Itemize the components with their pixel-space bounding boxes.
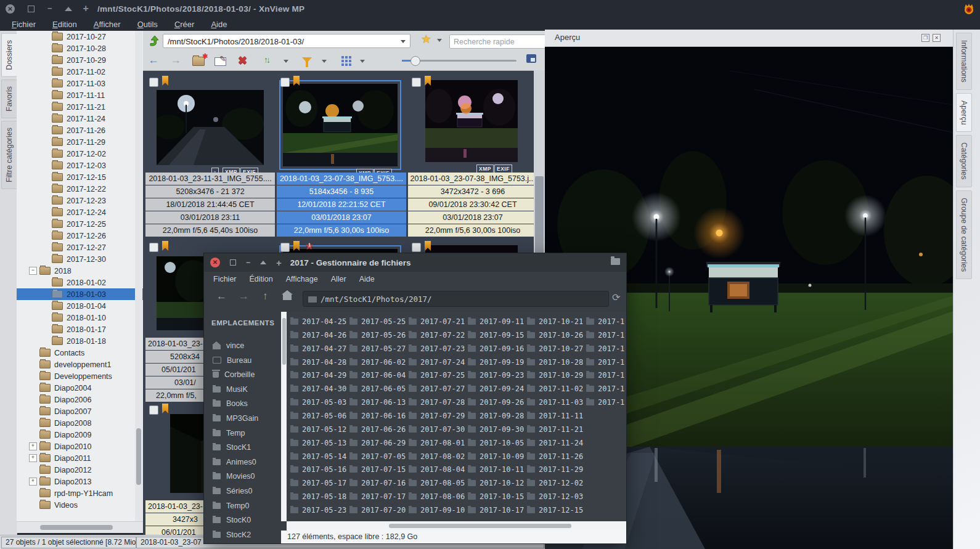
view-chevron-icon[interactable]	[360, 60, 365, 63]
fm-path-bar[interactable]: /mnt/StocK1/Photos/2017/	[303, 291, 609, 307]
fm-folder-item[interactable]: 2017-10-27	[527, 343, 583, 354]
menu-créer[interactable]: Créer	[169, 19, 200, 30]
close-icon[interactable]: ✕	[210, 258, 220, 267]
thumbnail-size-slider[interactable]	[402, 60, 517, 62]
expand-icon[interactable]: +	[29, 454, 37, 462]
fm-folder-item[interactable]: 2017-07-27	[409, 383, 465, 394]
fm-folder-item[interactable]: 2017-07-05	[349, 451, 406, 462]
sort-icon[interactable]: ↑↓	[264, 55, 269, 65]
fm-folder-item[interactable]: 2017-05-23	[290, 505, 346, 516]
file-tile[interactable]: EXIFXMP▫2018-01-03_23-11-31_IMG_5755....…	[145, 75, 275, 237]
tree-item-2017-11-21[interactable]: 2017-11-21	[17, 101, 143, 113]
fm-folder-item[interactable]: 2017-12-03	[527, 491, 583, 502]
tree-item-2018-01-04[interactable]: 2018-01-04	[17, 300, 143, 312]
fm-folder-item[interactable]: 2017-04-27	[290, 343, 346, 354]
right-tab-informations[interactable]: Informations	[956, 33, 972, 90]
fm-menu-fichier[interactable]: Fichier	[213, 275, 237, 283]
fm-folder-item[interactable]: 2017-11-21	[527, 424, 583, 435]
fm-folder-item[interactable]: 2017-10-21	[527, 316, 583, 327]
fm-folder-item[interactable]: 2017-05-14	[290, 451, 346, 462]
sort-chevron-icon[interactable]	[284, 60, 288, 63]
tree-item-2017-10-27[interactable]: 2017-10-27	[17, 31, 143, 43]
fm-folder-item[interactable]: 2017-12-15	[527, 505, 583, 516]
fm-folder-item[interactable]: 2017-11-11	[527, 410, 583, 421]
collapse-icon[interactable]: −	[29, 267, 37, 275]
fm-folder-item[interactable]: 2017-04-26	[290, 330, 346, 341]
fm-folder-item[interactable]: 2017-05-25	[349, 316, 406, 327]
fm-folder-item[interactable]: 2017-1	[586, 343, 624, 354]
left-tab-favoris[interactable]: Favoris	[1, 79, 17, 118]
fm-folder-item[interactable]: 2017-07-20	[349, 505, 406, 516]
menu-edition[interactable]: Edition	[47, 19, 83, 30]
fm-folder-item[interactable]: 2017-09-30	[468, 424, 524, 435]
right-tab-aperçu[interactable]: Aperçu	[956, 93, 972, 132]
fm-folder-item[interactable]: 2017-05-16	[290, 464, 346, 475]
fm-folder-item[interactable]: 2017-07-29	[409, 410, 465, 421]
refresh-icon[interactable]: ⟳	[612, 291, 620, 303]
fm-folder-item[interactable]: 2017-06-05	[349, 383, 406, 394]
tree-item-diapo2007[interactable]: Diapo2007	[17, 405, 143, 417]
menu-aide[interactable]: Aide	[205, 19, 232, 30]
place-item-corbeille[interactable]: Corbeille	[204, 368, 281, 381]
minimize-icon[interactable]: −	[246, 258, 250, 267]
select-checkbox[interactable]	[149, 78, 158, 87]
fm-folder-item[interactable]: 2017-06-29	[349, 437, 406, 449]
fm-folder-item[interactable]: 2017-05-03	[290, 397, 346, 408]
fm-folder-item[interactable]: 2017-11-03	[527, 397, 583, 408]
tree-item-rpd-tmp-y1hcam[interactable]: rpd-tmp-Y1Hcam	[17, 487, 143, 499]
favorites-chevron-icon[interactable]	[437, 39, 442, 42]
place-item-books[interactable]: Books	[204, 397, 281, 410]
tree-item-diapo2013[interactable]: +Diapo2013	[17, 476, 143, 487]
fm-folder-item[interactable]: 2017-06-13	[349, 397, 406, 408]
fm-folder-item[interactable]: 2017-12-02	[527, 478, 583, 489]
tree-item-2017-12-15[interactable]: 2017-12-15	[17, 171, 143, 183]
fm-folder-item[interactable]: 2017-09-28	[468, 410, 524, 421]
fm-folder-item[interactable]: 2017-07-24	[409, 357, 465, 368]
tree-item-diapo2006[interactable]: Diapo2006	[17, 394, 143, 405]
fm-folder-item[interactable]: 2017-1	[586, 316, 624, 327]
filter-funnel-icon[interactable]	[302, 57, 312, 63]
expand-icon[interactable]: +	[29, 478, 37, 486]
thumbnail-image[interactable]	[283, 84, 398, 169]
fm-folder-item[interactable]: 2017-10-29	[527, 370, 583, 381]
slider-handle[interactable]	[410, 56, 420, 66]
back-icon[interactable]: ←	[148, 54, 159, 67]
left-tab-filtre-catégories[interactable]: Filtre catégories	[1, 121, 17, 189]
tree-item-2017-11-11[interactable]: 2017-11-11	[17, 89, 143, 101]
scrollbar-thumb[interactable]	[535, 176, 544, 256]
fm-folder-item[interactable]: 2017-11-02	[527, 383, 583, 394]
tree-item-2017-11-26[interactable]: 2017-11-26	[17, 124, 143, 136]
fm-folder-item[interactable]: 2017-04-28	[290, 357, 346, 368]
menu-outils[interactable]: Outils	[132, 19, 163, 30]
tree-vertical-scrollbar[interactable]	[135, 31, 142, 521]
place-item-musik[interactable]: MusiK	[204, 383, 281, 396]
place-item-vince[interactable]: vince	[204, 339, 281, 352]
fm-folder-item[interactable]: 2017-07-28	[409, 397, 465, 408]
fm-menu-édition[interactable]: Édition	[250, 275, 273, 283]
layout-panel-icon[interactable]	[526, 54, 536, 63]
restore-icon[interactable]	[28, 6, 35, 12]
fm-folder-item[interactable]: 2017-10-05	[468, 437, 524, 449]
fm-folder-item[interactable]: 2017-11-29	[527, 464, 583, 475]
close-panel-icon[interactable]: ✕	[933, 34, 941, 42]
tree-item-diapo2010[interactable]: +Diapo2010	[17, 441, 143, 452]
expand-icon[interactable]: +	[29, 442, 37, 450]
tree-item-2017-11-03[interactable]: 2017-11-03	[17, 78, 143, 89]
fm-folder-item[interactable]: 2017-05-18	[290, 491, 346, 502]
tree-item-2018-01-10[interactable]: 2018-01-10	[17, 312, 143, 323]
tree-item-diapo2011[interactable]: +Diapo2011	[17, 452, 143, 464]
fm-folder-item[interactable]: 2017-09-26	[468, 397, 524, 408]
scrollbar-thumb[interactable]	[136, 428, 141, 485]
place-item-bureau[interactable]: Bureau	[204, 354, 281, 367]
fm-folder-item[interactable]: 2017-05-27	[349, 343, 406, 354]
path-combobox[interactable]: /mnt/StocK1/Photos/2018/2018-01-03/	[163, 34, 410, 48]
scrollbar-thumb[interactable]	[389, 524, 571, 528]
tree-item-developpement1[interactable]: developpement1	[17, 359, 143, 370]
fm-folder-item[interactable]: 2017-09-10	[409, 505, 465, 516]
maximize-icon[interactable]: +	[276, 258, 282, 268]
fm-folder-item[interactable]: 2017-06-16	[349, 410, 406, 421]
fm-menu-aide[interactable]: Aide	[359, 275, 375, 283]
home-icon[interactable]	[283, 295, 292, 300]
scrollbar-thumb[interactable]	[282, 318, 286, 365]
left-tab-dossiers[interactable]: Dossiers	[1, 33, 17, 77]
